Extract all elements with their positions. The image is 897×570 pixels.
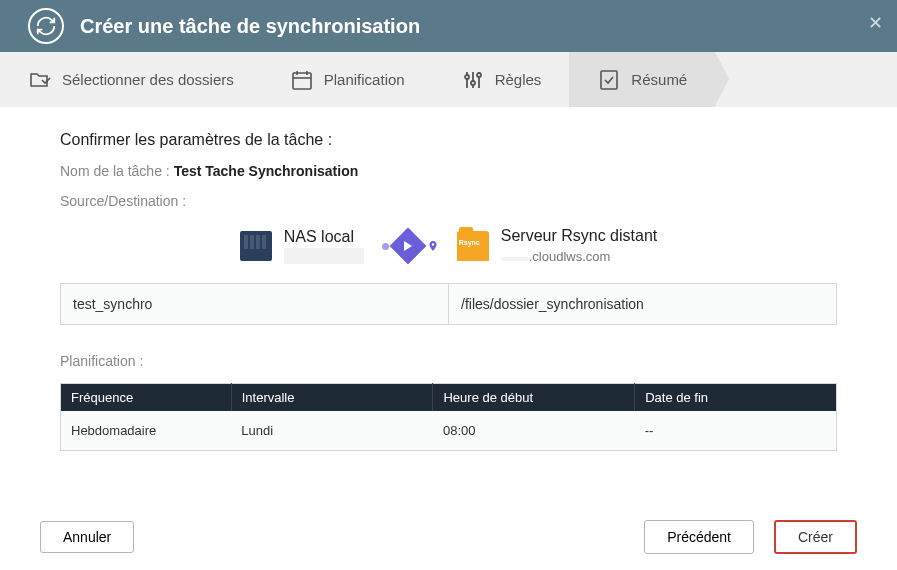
map-pin-icon: [427, 238, 439, 254]
dialog-header: Créer une tâche de synchronisation ✕: [0, 0, 897, 52]
task-name-label: Nom de la tâche :: [60, 163, 170, 179]
svg-point-9: [477, 73, 481, 77]
cell-start-time: 08:00: [433, 411, 635, 451]
wizard-step-label: Planification: [324, 71, 405, 88]
source-title: NAS local: [284, 228, 364, 246]
destination-subtitle-redacted: [501, 257, 529, 261]
planification-label: Planification :: [60, 353, 837, 369]
create-button[interactable]: Créer: [774, 520, 857, 554]
dot-icon: [382, 243, 389, 250]
summary-content: Confirmer les paramètres de la tâche : N…: [0, 107, 897, 475]
destination-endpoint: Serveur Rsync distant .cloudlws.com: [457, 227, 658, 265]
task-name-row: Nom de la tâche : Test Tache Synchronisa…: [60, 163, 837, 179]
cell-end-date: --: [635, 411, 837, 451]
svg-rect-10: [601, 71, 617, 89]
cell-interval: Lundi: [231, 411, 433, 451]
wizard-step-summary[interactable]: Résumé: [569, 52, 715, 107]
source-subtitle: [284, 248, 364, 264]
wizard-step-folders[interactable]: Sélectionner des dossiers: [0, 52, 262, 107]
col-end-date: Date de fin: [635, 384, 837, 412]
source-endpoint: NAS local: [240, 228, 364, 264]
direction-indicator: [382, 233, 439, 259]
dialog-footer: Annuler Précédent Créer: [0, 520, 897, 554]
col-interval: Intervalle: [231, 384, 433, 412]
wizard-step-label: Règles: [495, 71, 542, 88]
paths-row: test_synchro /files/dossier_synchronisat…: [60, 283, 837, 325]
cell-frequency: Hebdomadaire: [61, 411, 232, 451]
close-icon[interactable]: ✕: [868, 14, 883, 32]
col-start-time: Heure de début: [433, 384, 635, 412]
source-path: test_synchro: [61, 284, 449, 324]
wizard-step-label: Sélectionner des dossiers: [62, 71, 234, 88]
wizard-step-label: Résumé: [631, 71, 687, 88]
cancel-button[interactable]: Annuler: [40, 521, 134, 553]
previous-button[interactable]: Précédent: [644, 520, 754, 554]
sync-circle-icon: [28, 8, 64, 44]
wizard-steps: Sélectionner des dossiers Planification …: [0, 52, 897, 107]
dialog-title: Créer une tâche de synchronisation: [80, 15, 420, 38]
task-name-value: Test Tache Synchronisation: [174, 163, 359, 179]
wizard-step-rules[interactable]: Règles: [433, 52, 570, 107]
svg-point-7: [465, 75, 469, 79]
arrow-right-icon: [389, 228, 426, 265]
svg-point-8: [471, 81, 475, 85]
svg-rect-0: [293, 73, 311, 89]
destination-subtitle: .cloudlws.com: [529, 249, 611, 264]
nas-icon: [240, 231, 272, 261]
col-frequency: Fréquence: [61, 384, 232, 412]
confirm-heading: Confirmer les paramètres de la tâche :: [60, 131, 837, 149]
table-row: Hebdomadaire Lundi 08:00 --: [61, 411, 837, 451]
schedule-table: Fréquence Intervalle Heure de début Date…: [60, 383, 837, 451]
source-dest-label: Source/Destination :: [60, 193, 837, 209]
endpoints-row: NAS local Serveur Rsync distant .cloudlw…: [60, 227, 837, 265]
wizard-step-schedule[interactable]: Planification: [262, 52, 433, 107]
destination-path: /files/dossier_synchronisation: [449, 284, 836, 324]
destination-title: Serveur Rsync distant: [501, 227, 658, 245]
rsync-folder-icon: [457, 231, 489, 261]
